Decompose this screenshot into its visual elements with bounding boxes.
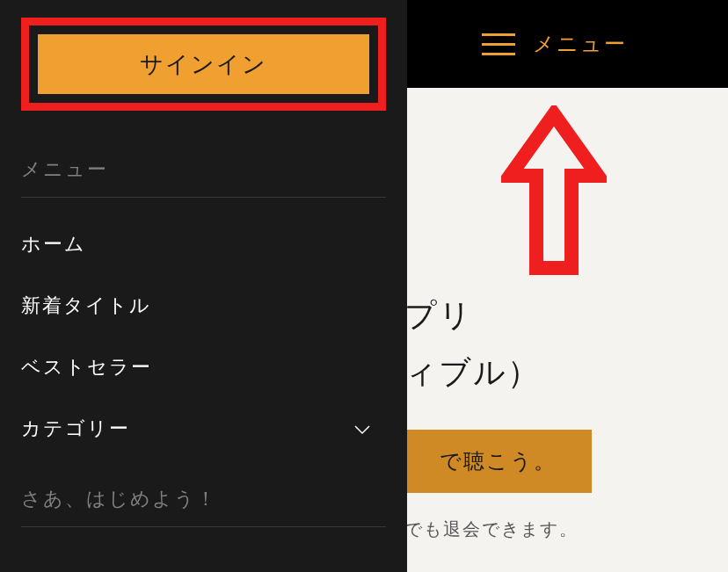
chevron-down-icon (354, 417, 370, 440)
hamburger-icon (482, 33, 515, 55)
sidebar-item-label: ホーム (21, 231, 86, 257)
menu-toggle-button[interactable]: メニュー (482, 30, 627, 58)
sidebar-drawer: サインイン メニュー ホーム 新着タイトル ベストセラー カテゴリー さあ、はじ… (0, 0, 407, 572)
cta-button[interactable]: で聴こう。 (404, 430, 592, 493)
sidebar-item-label: ベストセラー (21, 354, 152, 380)
sidebar-section-label: メニュー (21, 146, 386, 193)
body-title-line-2: ィブル） (404, 351, 728, 395)
divider (21, 526, 386, 527)
sidebar-item-label: カテゴリー (21, 416, 130, 442)
menu-toggle-label: メニュー (533, 30, 627, 58)
divider (21, 197, 386, 198)
sidebar-item-home[interactable]: ホーム (21, 214, 386, 275)
signin-button[interactable]: サインイン (38, 34, 369, 94)
sidebar-item-new-titles[interactable]: 新着タイトル (21, 275, 386, 337)
annotation-arrow-icon (501, 105, 607, 285)
sidebar-item-bestsellers[interactable]: ベストセラー (21, 337, 386, 398)
cta-button-label: で聴こう。 (440, 449, 557, 473)
signin-highlight-box: サインイン (21, 18, 386, 111)
sidebar-section-label-2: さあ、はじめよう！ (21, 475, 386, 523)
body-title-line-1: プリ (404, 294, 728, 337)
sidebar-item-label: 新着タイトル (21, 293, 151, 319)
signin-button-label: サインイン (140, 51, 267, 77)
sidebar-item-categories[interactable]: カテゴリー (21, 398, 386, 460)
cta-subtext: でも退会できます。 (404, 518, 728, 541)
